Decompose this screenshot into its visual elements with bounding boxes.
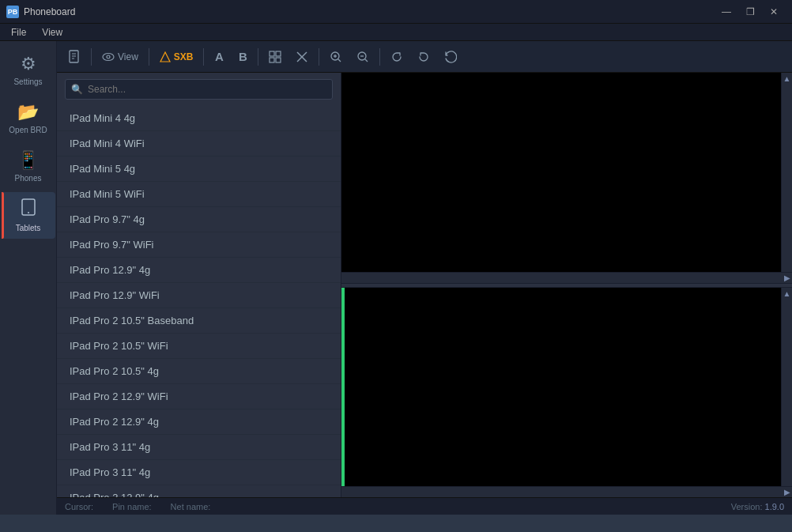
app-title: Phoneboard: [24, 6, 75, 17]
view-label: View: [118, 51, 138, 62]
scroll-right-arrow-top[interactable]: ▶: [784, 274, 790, 282]
menu-bar: File View: [0, 24, 792, 41]
list-item[interactable]: IPad Pro 2 12.9" WiFi: [57, 384, 341, 409]
list-item[interactable]: IPad Mini 5 WiFi: [57, 182, 341, 207]
folder-icon: 📂: [17, 102, 39, 123]
svg-point-1: [28, 212, 29, 213]
svg-rect-9: [276, 51, 281, 56]
app-logo: PB: [6, 6, 19, 18]
toolbar-separator-3: [203, 48, 204, 66]
list-item[interactable]: IPad Pro 3 12.9" 4g: [57, 485, 341, 497]
sidebar-item-settings[interactable]: ⚙ Settings: [2, 47, 55, 92]
canvas-area: ▲ ▶ ▲: [341, 73, 792, 497]
gear-icon: ⚙: [21, 54, 36, 74]
svg-point-6: [103, 53, 114, 60]
list-item[interactable]: IPad Pro 12.9" WiFi: [57, 283, 341, 308]
sidebar-label-settings: Settings: [13, 77, 42, 86]
scrollbar-horizontal-bottom[interactable]: ▶: [341, 486, 792, 497]
sxb-button[interactable]: SXB: [153, 48, 200, 66]
phone-icon: 📱: [17, 150, 39, 171]
grid-button[interactable]: [262, 45, 288, 69]
scroll-up-arrow[interactable]: ▲: [783, 74, 791, 83]
list-item[interactable]: IPad Pro 3 11" 4g: [57, 435, 341, 460]
svg-line-17: [338, 59, 341, 62]
sidebar-item-open-brd[interactable]: 📂 Open BRD: [2, 96, 55, 141]
toolbar-separator-5: [319, 48, 319, 66]
minimize-button[interactable]: —: [715, 0, 738, 24]
toolbar-separator-4: [258, 48, 258, 66]
refresh-button[interactable]: [384, 45, 409, 69]
close-button[interactable]: ✕: [762, 0, 786, 24]
scroll-right-arrow-bottom[interactable]: ▶: [784, 488, 790, 496]
toolbar-separator-2: [149, 48, 149, 66]
x-button[interactable]: [289, 45, 315, 69]
list-item[interactable]: IPad Pro 2 10.5" WiFi: [57, 334, 341, 359]
redo-button[interactable]: [411, 45, 436, 69]
version-status: Version: 1.9.0: [731, 502, 784, 511]
svg-rect-10: [270, 58, 274, 62]
toolbar-separator-6: [379, 48, 380, 66]
list-item[interactable]: IPad Mini 5 4g: [57, 157, 341, 182]
zoom-in-button[interactable]: [323, 45, 349, 69]
b-button[interactable]: B: [232, 46, 254, 68]
app-body: ⚙ Settings 📂 Open BRD 📱 Phones Tablets: [0, 41, 792, 515]
a-button[interactable]: A: [208, 46, 230, 68]
menu-view[interactable]: View: [34, 25, 70, 40]
svg-rect-11: [276, 58, 281, 62]
sxb-label: SXB: [174, 51, 194, 62]
cursor-label: Cursor:: [65, 502, 93, 511]
scroll-up-arrow-bottom[interactable]: ▲: [783, 289, 791, 298]
net-name-label: Net name:: [171, 502, 211, 511]
toolbar: View SXB A B: [57, 41, 792, 73]
title-bar-left: PB Phoneboard: [6, 6, 75, 18]
title-bar: PB Phoneboard — ❒ ✕: [0, 0, 792, 24]
sidebar-label-phones: Phones: [15, 174, 42, 183]
sidebar: ⚙ Settings 📂 Open BRD 📱 Phones Tablets: [0, 41, 57, 515]
canvas-top[interactable]: ▲: [341, 73, 792, 272]
device-list-items: IPad Mini 4 4gIPad Mini 4 WiFiIPad Mini …: [57, 106, 341, 497]
window-controls: — ❒ ✕: [715, 0, 786, 24]
search-bar: 🔍: [57, 73, 341, 106]
doc-button[interactable]: [62, 45, 87, 69]
pin-name-status: Pin name:: [112, 502, 155, 511]
list-item[interactable]: IPad Pro 2 12.9" 4g: [57, 409, 341, 435]
sidebar-item-phones[interactable]: 📱 Phones: [2, 144, 55, 189]
content-area: View SXB A B: [57, 41, 792, 515]
list-item[interactable]: IPad Pro 3 11" 4g: [57, 460, 341, 485]
list-item[interactable]: IPad Pro 2 10.5" 4g: [57, 359, 341, 384]
svg-line-20: [365, 59, 368, 62]
list-item[interactable]: IPad Mini 4 4g: [57, 106, 341, 131]
sidebar-label-tablets: Tablets: [16, 224, 41, 232]
sidebar-item-tablets[interactable]: Tablets: [2, 192, 55, 239]
toolbar-separator-1: [91, 48, 92, 66]
svg-rect-8: [270, 51, 274, 56]
status-bar: Cursor: Pin name: Net name: Version: 1.9…: [57, 497, 792, 515]
search-wrapper: 🔍: [65, 79, 333, 100]
canvas-bottom[interactable]: ▲: [341, 288, 792, 487]
pin-name-label: Pin name:: [112, 502, 152, 511]
scrollbar-vertical-bottom[interactable]: ▲: [781, 288, 792, 487]
scrollbar-horizontal-top[interactable]: ▶: [341, 272, 792, 283]
list-item[interactable]: IPad Pro 9.7" 4g: [57, 207, 341, 232]
main-pane: 🔍 IPad Mini 4 4gIPad Mini 4 WiFiIPad Min…: [57, 73, 792, 497]
search-icon: 🔍: [71, 84, 83, 95]
view-button[interactable]: View: [96, 47, 145, 66]
search-input[interactable]: [65, 79, 333, 100]
svg-point-7: [107, 55, 110, 58]
maximize-button[interactable]: ❒: [738, 0, 762, 24]
net-name-status: Net name:: [171, 502, 214, 511]
device-list[interactable]: 🔍 IPad Mini 4 4gIPad Mini 4 WiFiIPad Min…: [57, 73, 341, 497]
list-item[interactable]: IPad Mini 4 WiFi: [57, 131, 341, 157]
undo-button[interactable]: [438, 45, 463, 69]
cursor-status: Cursor:: [65, 502, 96, 511]
list-item[interactable]: IPad Pro 2 10.5" Baseband: [57, 308, 341, 334]
list-item[interactable]: IPad Pro 9.7" WiFi: [57, 232, 341, 258]
zoom-out-button[interactable]: [350, 45, 375, 69]
sidebar-label-open-brd: Open BRD: [9, 126, 47, 134]
scrollbar-vertical-top[interactable]: ▲: [781, 73, 792, 272]
list-item[interactable]: IPad Pro 12.9" 4g: [57, 258, 341, 283]
version-value: 1.9.0: [765, 502, 784, 511]
tablet-icon: [20, 198, 37, 221]
menu-file[interactable]: File: [3, 25, 34, 40]
version-label: Version:: [731, 502, 763, 511]
